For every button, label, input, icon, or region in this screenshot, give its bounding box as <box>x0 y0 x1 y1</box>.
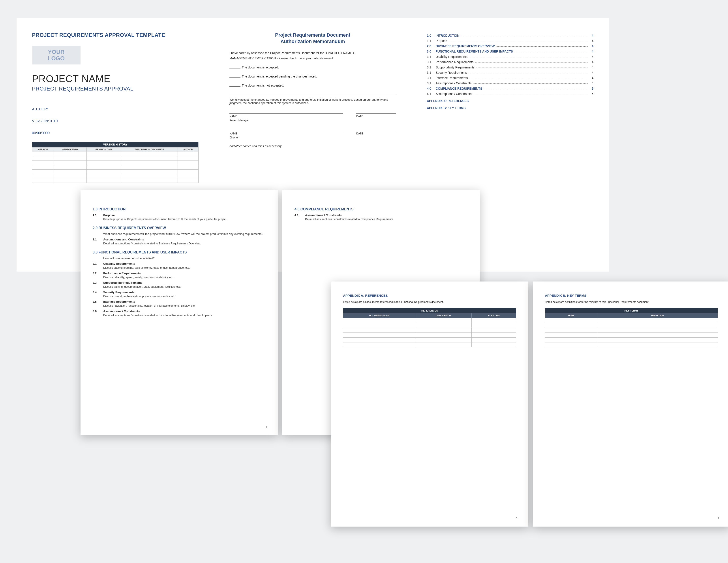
section-2-heading: 2.0 BUSINESS REQUIREMENTS OVERVIEW <box>93 226 266 230</box>
toc-label: Performance Requirements <box>436 60 473 64</box>
toc-num: 3.1 <box>427 76 436 80</box>
logo-placeholder: YOURLOGO <box>32 46 81 64</box>
toc-num: 4.1 <box>427 92 436 96</box>
toc-dots <box>448 41 588 41</box>
vh-col-desc: DESCRIPTION OF CHANGE <box>121 147 178 152</box>
sig-date-label: DATE <box>356 115 396 118</box>
toc-page: 5 <box>589 87 593 90</box>
section-3-heading: 3.0 FUNCTIONAL REQUIREMENTS AND USER IMP… <box>93 250 266 254</box>
toc-dots <box>473 94 588 94</box>
toc-num: 2.0 <box>427 44 436 48</box>
terms-col-def: DEFINITION <box>597 313 718 318</box>
table-row <box>545 333 718 338</box>
sub-num: 2.1 <box>93 238 99 241</box>
table-row <box>545 328 718 333</box>
auth-intro: I have carefully assessed the Project Re… <box>229 51 396 55</box>
sub-desc: Detail all assumptions / constraints rel… <box>103 314 266 317</box>
page-key-terms: APPENDIX B: KEY TERMS Listed below are d… <box>533 282 728 527</box>
table-row <box>343 323 516 328</box>
toc-page: 4 <box>589 71 593 74</box>
sub-title: Usability Requirements <box>103 262 135 265</box>
toc-page: 4 <box>589 39 593 43</box>
date-label: 00/00/0000 <box>32 131 199 135</box>
sig-pm-label: Project Manager <box>229 119 343 122</box>
toc-num: 3.1 <box>427 55 436 58</box>
toc-row: 3.1Performance Requirements4 <box>427 60 593 64</box>
logo-line2: LOGO <box>48 55 65 62</box>
auth-option-accepted: The document is accepted. <box>229 66 396 69</box>
toc-label: Security Requirements <box>436 71 467 74</box>
toc-row: 3.1Supportability Requirements4 <box>427 66 593 69</box>
vh-col-approved: APPROVED BY <box>54 147 87 152</box>
project-name: PROJECT NAME <box>32 73 199 84</box>
sub-title: Performance Requirements <box>103 271 141 275</box>
sub-title: Interface Requirements <box>103 300 135 304</box>
toc-row: 3.0FUNCTIONAL REQUIREMENTS AND USER IMPA… <box>427 50 593 53</box>
signature-row-director: NAME Director DATE <box>229 131 396 139</box>
toc-page: 4 <box>589 44 593 48</box>
sub-num: 4.1 <box>295 213 301 217</box>
vh-col-author: AUTHOR <box>178 147 198 152</box>
toc-label: BUSINESS REQUIREMENTS OVERVIEW <box>436 44 495 48</box>
sub-desc: Discuss user id, authentication, privacy… <box>103 295 266 298</box>
toc-row: 4.1Assumptions / Constraints5 <box>427 92 593 96</box>
sub-num: 3.4 <box>93 291 99 294</box>
toc-num: 3.1 <box>427 66 436 69</box>
table-row <box>32 169 199 174</box>
table-row <box>32 178 199 183</box>
terms-table-title: KEY TERMS <box>545 308 718 313</box>
toc-page: 4 <box>589 81 593 85</box>
toc-label: Assumptions / Constraints <box>436 81 472 85</box>
section-3-desc: How will user requirements be satisfied? <box>103 256 266 260</box>
appendix-b-title: APPENDIX B: KEY TERMS <box>545 294 718 298</box>
toc-label: Interface Requirements <box>436 76 468 80</box>
toc-num: 3.0 <box>427 50 436 53</box>
toc-row: 3.1Security Requirements4 <box>427 71 593 74</box>
sub-desc: Discuss reliability, speed, safety, prec… <box>103 276 266 279</box>
sub-num: 3.6 <box>93 310 99 313</box>
sub-num: 3.1 <box>93 262 99 265</box>
toc-row: 4.0COMPLIANCE REQUIREMENTS5 <box>427 87 593 90</box>
toc-page: 5 <box>589 92 593 96</box>
refs-col-loc: LOCATION <box>472 313 516 318</box>
sub-title: Purpose <box>103 213 115 217</box>
toc-label: FUNCTIONAL REQUIREMENTS AND USER IMPACTS <box>436 50 513 53</box>
toc-row: 3.1Usability Requirements4 <box>427 55 593 58</box>
table-row <box>545 318 718 323</box>
sub-desc: Discuss navigation, functionality, locat… <box>103 304 266 307</box>
toc-num: 3.1 <box>427 71 436 74</box>
toc-page: 4 <box>589 50 593 53</box>
key-terms-table: KEY TERMS TERM DEFINITION <box>545 308 718 347</box>
toc-page: 4 <box>589 60 593 64</box>
section-4-heading: 4.0 COMPLIANCE REQUIREMENTS <box>295 207 468 211</box>
toc-row: 3.1Assumptions / Constraints4 <box>427 81 593 85</box>
refs-col-desc: DESCRIPTION <box>415 313 472 318</box>
table-row <box>32 174 199 178</box>
appendix-a-desc: Listed below are all documents reference… <box>343 301 516 304</box>
table-row <box>32 165 199 169</box>
refs-col-name: DOCUMENT NAME <box>343 313 415 318</box>
page-number: 6 <box>516 517 517 520</box>
toc-label: Usability Requirements <box>436 55 467 58</box>
table-row <box>343 343 516 347</box>
version-history-table: VERSION HISTORY VERSION APPROVED BY REVI… <box>32 142 199 183</box>
page-body: 1.0 INTRODUCTION 1.1Purpose Provide purp… <box>81 190 278 435</box>
toc-num: 4.0 <box>427 87 436 90</box>
page-number: 4 <box>265 425 267 428</box>
toc-row: 2.0BUSINESS REQUIREMENTS OVERVIEW4 <box>427 44 593 48</box>
sub-desc: Detail all assumptions / constraints rel… <box>103 242 266 245</box>
toc-page: 4 <box>589 55 593 58</box>
toc-row: 1.0INTRODUCTION4 <box>427 34 593 37</box>
sub-title: Assumptions / Constraints <box>103 310 140 313</box>
toc-label: INTRODUCTION <box>436 34 459 37</box>
sig-date-label: DATE <box>356 132 396 135</box>
sub-num: 3.3 <box>93 281 99 285</box>
version-label: VERSION: 0.0.0 <box>32 119 199 123</box>
vh-col-version: VERSION <box>32 147 54 152</box>
terms-col-term: TERM <box>545 313 597 318</box>
table-row <box>343 328 516 333</box>
toc-num: 3.1 <box>427 60 436 64</box>
toc-row: 3.1Interface Requirements4 <box>427 76 593 80</box>
toc-page: 4 <box>589 66 593 69</box>
auth-title-line2: Authorization Memorandum <box>280 39 345 44</box>
